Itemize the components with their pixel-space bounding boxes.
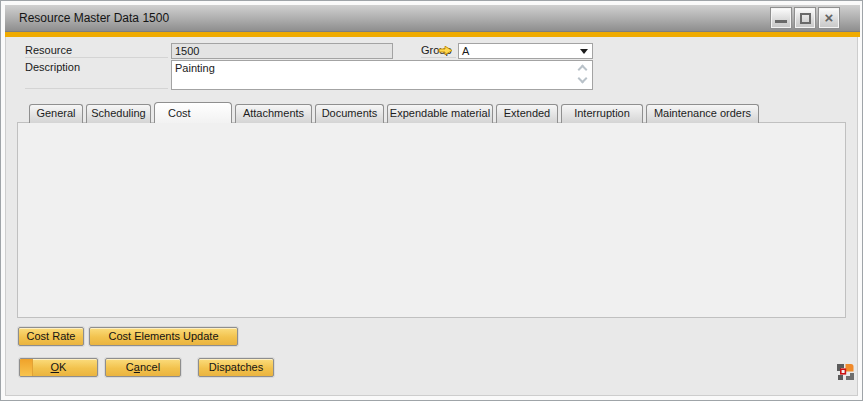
dispatches-button[interactable]: Dispatches bbox=[198, 358, 274, 377]
link-arrow-icon[interactable] bbox=[438, 45, 453, 56]
tab-general[interactable]: General bbox=[29, 104, 83, 123]
cost-rate-button[interactable]: Cost Rate bbox=[18, 327, 84, 346]
resource-master-data-window: Resource Master Data 1500 × Resource 150… bbox=[0, 0, 863, 401]
title-bar[interactable]: Resource Master Data 1500 bbox=[5, 5, 860, 32]
cost-rate-label: Cost Rate bbox=[27, 330, 76, 342]
group-combo[interactable]: A bbox=[458, 43, 593, 59]
description-value: Painting bbox=[175, 62, 215, 74]
ok-button[interactable]: OK bbox=[19, 358, 98, 377]
minimize-icon bbox=[775, 20, 787, 23]
scroll-spinner[interactable] bbox=[577, 63, 589, 87]
tab-maintenance-orders[interactable]: Maintenance orders bbox=[646, 104, 759, 123]
close-button[interactable]: × bbox=[818, 7, 840, 29]
cancel-button[interactable]: Cancel bbox=[105, 358, 181, 377]
ok-label: OK bbox=[51, 361, 67, 373]
resource-label: Resource bbox=[25, 44, 168, 58]
chevron-down-icon bbox=[578, 74, 588, 84]
group-value: A bbox=[462, 45, 469, 57]
form-settings-icon[interactable] bbox=[836, 363, 855, 382]
tab-cost[interactable]: Cost bbox=[154, 102, 232, 123]
close-icon: × bbox=[819, 9, 839, 26]
dispatches-label: Dispatches bbox=[209, 361, 263, 373]
chevron-down-icon bbox=[580, 49, 588, 54]
default-button-marker bbox=[20, 359, 33, 376]
tab-documents[interactable]: Documents bbox=[315, 104, 384, 123]
tab-attachments[interactable]: Attachments bbox=[235, 104, 312, 123]
maximize-icon bbox=[800, 13, 811, 24]
window-title: Resource Master Data 1500 bbox=[19, 11, 169, 25]
tab-interruption[interactable]: Interruption bbox=[561, 104, 643, 123]
tab-extended[interactable]: Extended bbox=[496, 104, 558, 123]
minimize-button[interactable] bbox=[770, 7, 792, 29]
tab-scheduling[interactable]: Scheduling bbox=[86, 104, 151, 123]
description-label: Description bbox=[25, 61, 168, 89]
cost-elements-update-button[interactable]: Cost Elements Update bbox=[89, 327, 238, 346]
cost-elements-update-label: Cost Elements Update bbox=[108, 330, 218, 342]
tab-expendable-material[interactable]: Expendable material bbox=[387, 104, 493, 123]
accent-bar bbox=[5, 32, 860, 37]
cost-tab-panel bbox=[17, 122, 846, 318]
maximize-button[interactable] bbox=[794, 7, 816, 29]
resource-field[interactable]: 1500 bbox=[171, 43, 393, 59]
cancel-label: Cancel bbox=[126, 361, 160, 373]
description-field[interactable]: Painting bbox=[171, 60, 593, 90]
